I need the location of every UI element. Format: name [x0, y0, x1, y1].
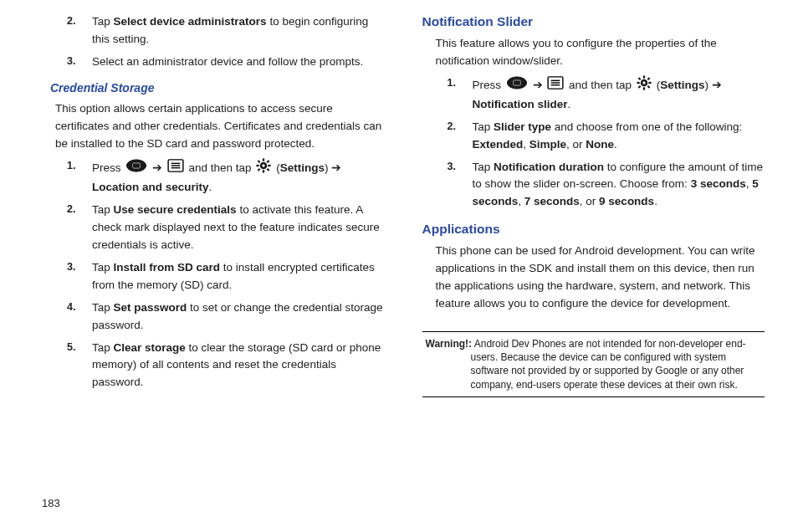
warning-label: Warning!: — [426, 338, 473, 350]
menu-icon — [547, 76, 564, 95]
list-item: 3. Select an administrator device and fo… — [67, 54, 385, 71]
warning-text: Android Dev Phones are not intended for … — [471, 338, 746, 391]
gear-icon — [637, 75, 652, 96]
list-item: 2. Tap Slider type and choose from one o… — [448, 119, 765, 154]
list-item: 1. Press ➔ and then tap (Settings) ➔ Loc… — [67, 158, 385, 197]
home-button-icon — [506, 76, 528, 95]
home-button-icon — [125, 159, 147, 178]
applications-intro: This phone can be used for Android devel… — [436, 243, 765, 313]
credential-storage-intro: This option allows certain applications … — [55, 100, 385, 153]
page-number: 183 — [42, 495, 60, 512]
list-item: 4. Tap Set password to set or change the… — [67, 299, 385, 335]
content-columns: 2. Tap Select device administrators to b… — [42, 8, 765, 485]
warning-box: Warning!: Android Dev Phones are not int… — [422, 331, 765, 397]
list-item: 2. Tap Select device administrators to b… — [67, 13, 385, 49]
notification-slider-heading: Notification Slider — [422, 12, 765, 32]
list-item: 3. Tap Install from SD card to install e… — [67, 259, 385, 294]
notification-slider-intro: This feature allows you to configure the… — [436, 35, 765, 70]
list-item: 5. Tap Clear storage to clear the storag… — [67, 340, 385, 392]
credential-storage-heading: Credential Storage — [50, 79, 385, 98]
list-item: 2. Tap Use secure credentials to activat… — [67, 202, 385, 254]
list-item: 1. Press ➔ and then tap (Settings) ➔ Not… — [448, 75, 765, 114]
left-column: 2. Tap Select device administrators to b… — [42, 8, 385, 485]
applications-heading: Applications — [422, 219, 765, 239]
menu-icon — [167, 159, 184, 178]
gear-icon — [256, 158, 271, 179]
right-column: Notification Slider This feature allows … — [422, 8, 765, 485]
list-item: 3. Tap Notification duration to configur… — [448, 159, 765, 212]
